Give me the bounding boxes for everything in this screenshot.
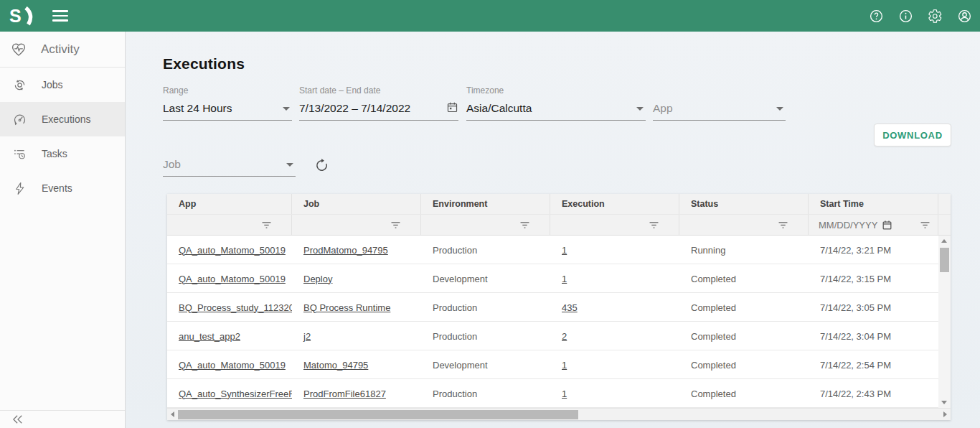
column-header-start-time[interactable]: Start Time: [809, 194, 938, 214]
job-link[interactable]: ProdMatomo_94795: [303, 245, 388, 256]
status-value: Running: [691, 245, 725, 256]
executions-table: App Job Environment Execution Status Sta…: [167, 194, 951, 420]
filter-status[interactable]: [679, 215, 809, 235]
execution-link[interactable]: 1: [562, 389, 567, 399]
app-link[interactable]: BQ_Process_study_112320: [179, 302, 292, 313]
sidebar-item-executions[interactable]: Executions: [0, 102, 125, 136]
column-header-environment[interactable]: Environment: [421, 194, 550, 214]
tasks-icon: [12, 146, 27, 162]
date-range-input[interactable]: Start date – End date 7/13/2022 – 7/14/2…: [299, 85, 458, 121]
vertical-scrollbar-thumb[interactable]: [940, 248, 949, 272]
timezone-value: Asia/Calcutta: [466, 101, 646, 115]
filter-icon[interactable]: [649, 221, 659, 229]
filter-job[interactable]: [292, 215, 421, 235]
execution-link[interactable]: 435: [562, 302, 578, 313]
job-link[interactable]: BQ Process Runtime: [303, 302, 390, 313]
filter-icon[interactable]: [390, 221, 401, 229]
execution-link[interactable]: 2: [562, 331, 567, 342]
sidebar-section-activity[interactable]: Activity: [0, 32, 125, 68]
app-link[interactable]: QA_auto_Matomo_50019: [179, 274, 286, 284]
table-body-rows: QA_auto_Matomo_50019 ProdMatomo_94795 Pr…: [167, 236, 951, 408]
filter-start-time[interactable]: MM/DD/YYYY: [809, 215, 938, 235]
calendar-icon[interactable]: [882, 220, 892, 231]
filter-icon[interactable]: [920, 221, 930, 229]
filter-environment[interactable]: [421, 215, 550, 235]
download-button[interactable]: DOWNLOAD: [874, 124, 951, 146]
info-icon[interactable]: [898, 9, 913, 24]
help-icon[interactable]: [869, 9, 884, 24]
job-placeholder: Job: [163, 157, 296, 171]
table-filter-row: MM/DD/YYYY: [167, 215, 951, 236]
vertical-scrollbar[interactable]: [938, 236, 951, 408]
environment-value: Production: [433, 389, 477, 399]
sidebar-section-label: Activity: [41, 42, 80, 57]
app-link[interactable]: anu_test_app2: [179, 331, 240, 342]
app-placeholder: App: [653, 101, 786, 115]
app-link[interactable]: QA_auto_Matomo_50019: [179, 245, 286, 256]
range-label: Range: [163, 85, 292, 96]
status-value: Completed: [691, 302, 736, 313]
environment-value: Production: [433, 302, 477, 313]
hamburger-menu-icon[interactable]: [52, 10, 68, 22]
timezone-select[interactable]: Timezone Asia/Calcutta: [466, 85, 646, 121]
table-row: QA_auto_Matomo_50019 Matomo_94795 Develo…: [167, 350, 951, 379]
collapse-sidebar-icon[interactable]: [11, 414, 24, 424]
column-header-status[interactable]: Status: [679, 194, 809, 214]
calendar-icon[interactable]: [446, 101, 458, 113]
sidebar-item-events[interactable]: Events: [0, 171, 125, 205]
chevron-down-icon: [286, 163, 293, 167]
app-link[interactable]: QA_auto_SynthesizerFreeFo: [179, 389, 292, 399]
horizontal-scrollbar[interactable]: [167, 408, 951, 420]
column-header-execution[interactable]: Execution: [550, 194, 679, 214]
status-value: Completed: [691, 360, 736, 371]
filter-execution[interactable]: [550, 215, 679, 235]
settings-icon[interactable]: [928, 9, 943, 24]
status-value: Completed: [691, 389, 736, 399]
execution-link[interactable]: 1: [562, 245, 567, 256]
sidebar-item-label: Executions: [42, 113, 90, 125]
environment-value: Development: [433, 274, 488, 284]
app-logo-icon[interactable]: S: [9, 6, 35, 26]
sidebar-item-tasks[interactable]: Tasks: [0, 136, 125, 171]
chevron-down-icon: [636, 107, 644, 111]
table-row: anu_test_app2 j2 Production 2 Completed …: [167, 322, 951, 350]
range-select[interactable]: Range Last 24 Hours: [163, 85, 292, 121]
table-row: BQ_Process_study_112320 BQ Process Runti…: [167, 293, 951, 322]
job-link[interactable]: Matomo_94795: [303, 360, 368, 371]
scroll-left-arrow-icon[interactable]: [171, 411, 174, 417]
environment-value: Production: [433, 245, 477, 256]
filter-icon[interactable]: [261, 221, 272, 229]
environment-value: Development: [433, 360, 488, 371]
job-link[interactable]: Deploy: [303, 274, 332, 284]
filter-icon[interactable]: [519, 221, 530, 229]
job-link[interactable]: ProdFromFile61827: [303, 389, 386, 399]
filter-scroll-spacer: [938, 215, 958, 235]
account-icon[interactable]: [957, 9, 972, 24]
status-value: Completed: [691, 274, 736, 284]
environment-value: Production: [433, 331, 477, 342]
job-link[interactable]: j2: [303, 331, 311, 342]
sidebar-item-jobs[interactable]: Jobs: [0, 68, 125, 102]
scroll-up-arrow-icon[interactable]: [941, 239, 947, 243]
refresh-icon[interactable]: [314, 158, 329, 173]
app-link[interactable]: QA_auto_Matomo_50019: [179, 360, 286, 371]
date-range-label: Start date – End date: [299, 85, 458, 96]
filter-icon[interactable]: [778, 221, 788, 229]
execution-link[interactable]: 1: [562, 274, 567, 284]
column-header-app[interactable]: App: [167, 194, 292, 214]
horizontal-scrollbar-thumb[interactable]: [178, 410, 578, 419]
svg-text:S: S: [9, 6, 22, 26]
start-time-date-input[interactable]: MM/DD/YYYY: [819, 220, 877, 231]
sidebar-footer: [0, 410, 125, 428]
main-content: Executions Range Last 24 Hours Start dat…: [126, 32, 980, 428]
scroll-down-arrow-icon[interactable]: [941, 401, 947, 404]
column-header-job[interactable]: Job: [292, 194, 421, 214]
app-select[interactable]: App: [653, 85, 786, 121]
job-select[interactable]: Job: [163, 141, 296, 177]
sidebar: Activity Jobs Executions: [0, 32, 126, 428]
execution-link[interactable]: 1: [562, 360, 567, 371]
start-time-value: 7/14/22, 2:54 PM: [820, 360, 891, 371]
scroll-right-arrow-icon[interactable]: [943, 411, 947, 417]
range-value: Last 24 Hours: [163, 101, 292, 115]
filter-app[interactable]: [167, 215, 292, 235]
